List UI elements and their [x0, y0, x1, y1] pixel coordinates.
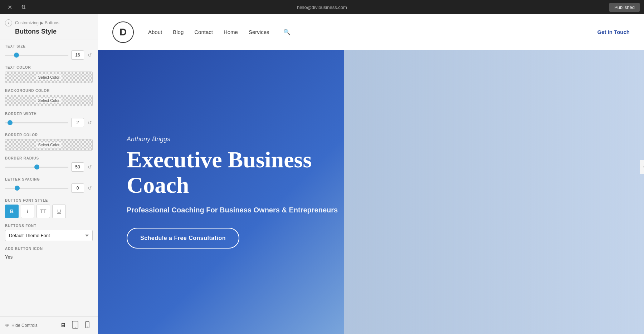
eye-icon: 👁: [5, 323, 9, 328]
letter-spacing-slider-wrapper: [5, 185, 68, 192]
hero-person-photo: [344, 50, 644, 334]
text-size-control: TEXT SIZE ↺: [5, 44, 93, 60]
buttons-font-label: BUTTONS FONT: [5, 224, 93, 228]
svg-point-1: [75, 327, 75, 328]
search-icon[interactable]: 🔍: [283, 29, 291, 35]
text-size-slider-wrapper: [5, 51, 68, 59]
font-style-buttons: B I TT U: [5, 205, 93, 218]
letter-spacing-reset[interactable]: ↺: [87, 185, 93, 191]
border-width-label: BORDER WIDTH: [5, 112, 93, 116]
button-font-style-label: BUTTON FONT STYLE: [5, 198, 93, 202]
text-size-reset[interactable]: ↺: [87, 52, 93, 58]
view-buttons: 🖥: [58, 320, 93, 330]
hero-content: Anthony Briggs Executive Business Coach …: [127, 136, 338, 249]
hide-controls-button[interactable]: 👁 Hide Controls: [5, 323, 38, 328]
mobile-icon: [85, 321, 89, 330]
top-bar-left: ✕ ⇅: [4, 2, 29, 13]
customizer-panel: ‹ Customizing ▶ Buttons Buttons Style TE…: [0, 14, 98, 334]
published-button[interactable]: Published: [609, 3, 640, 12]
panel-header: ‹ Customizing ▶ Buttons Buttons Style: [0, 14, 98, 39]
hero-cta-button[interactable]: Schedule a Free Consultation: [127, 228, 239, 249]
panel-controls: TEXT SIZE ↺ TEXT COLOR Select Color: [0, 39, 98, 266]
underline-button[interactable]: U: [52, 205, 66, 218]
border-color-control: BORDER COLOR Select Color: [5, 133, 93, 151]
nav-links: About Blog Contact Home Services 🔍: [148, 29, 291, 35]
letter-spacing-row: ↺: [5, 183, 93, 193]
hero-name: Anthony Briggs: [127, 136, 338, 143]
hide-controls-label: Hide Controls: [11, 323, 38, 328]
mobile-view-button[interactable]: [82, 320, 93, 330]
preview-area: D About Blog Contact Home Services 🔍 Get…: [98, 14, 644, 334]
email-link[interactable]: hello@divibusiness.com: [297, 5, 347, 10]
buttons-font-control: BUTTONS FONT Default Theme Font: [5, 224, 93, 241]
hero-image: [344, 50, 644, 334]
background-color-control: BACKGROUND COLOR Select Color: [5, 89, 93, 106]
close-button[interactable]: ✕: [4, 2, 15, 13]
border-radius-slider-wrapper: [5, 163, 68, 171]
nav-contact[interactable]: Contact: [194, 29, 213, 35]
logo-letter: D: [119, 26, 127, 38]
uppercase-button[interactable]: TT: [36, 205, 50, 218]
top-bar-right: Published: [609, 3, 640, 12]
background-color-select-label: Select Color: [36, 98, 62, 103]
back-icon: ‹: [8, 21, 9, 25]
border-radius-value[interactable]: [71, 162, 84, 172]
breadcrumb-child: Buttons: [45, 20, 59, 25]
back-button[interactable]: ‹: [5, 19, 12, 26]
get-in-touch-link[interactable]: Get In Touch: [597, 29, 630, 35]
buttons-font-select[interactable]: Default Theme Font: [5, 230, 93, 241]
desktop-view-button[interactable]: 🖥: [58, 320, 68, 330]
breadcrumb-parent: Customizing: [15, 20, 39, 25]
border-width-value[interactable]: [71, 118, 84, 127]
border-radius-slider[interactable]: [5, 167, 68, 168]
tablet-view-button[interactable]: [70, 320, 80, 330]
letter-spacing-value[interactable]: [71, 183, 84, 193]
hero-subtitle: Professional Coaching For Business Owner…: [127, 205, 338, 215]
breadcrumb: ‹ Customizing ▶ Buttons: [5, 19, 93, 26]
button-font-style-control: BUTTON FONT STYLE B I TT U: [5, 198, 93, 218]
text-size-value[interactable]: [71, 50, 84, 60]
border-radius-row: ↺: [5, 162, 93, 172]
main-layout: ‹ Customizing ▶ Buttons Buttons Style TE…: [0, 14, 644, 334]
bold-button[interactable]: B: [5, 205, 19, 218]
border-color-label: BORDER COLOR: [5, 133, 93, 137]
text-color-select-label: Select Color: [36, 74, 62, 80]
hero-title-line1: Executive Business: [127, 147, 312, 172]
add-button-icon-control: ADD BUTTON ICON Yes: [5, 247, 93, 261]
top-bar-center: hello@divibusiness.com: [297, 4, 347, 10]
text-size-slider[interactable]: [5, 55, 68, 56]
border-color-picker[interactable]: Select Color: [5, 139, 93, 151]
italic-button[interactable]: I: [21, 205, 34, 218]
add-button-icon-value: Yes: [5, 253, 93, 261]
border-width-slider-wrapper: [5, 119, 68, 126]
border-color-select-label: Select Color: [36, 142, 62, 148]
hero-title-line2: Coach: [127, 172, 189, 198]
hero-title: Executive Business Coach: [127, 147, 338, 198]
background-color-picker[interactable]: Select Color: [5, 95, 93, 106]
text-color-picker[interactable]: Select Color: [5, 72, 93, 83]
svg-point-3: [87, 327, 88, 328]
tablet-icon: [72, 321, 78, 330]
border-radius-control: BORDER RADIUS ↺: [5, 156, 93, 172]
panel-title: Buttons Style: [15, 28, 93, 35]
text-size-label: TEXT SIZE: [5, 44, 93, 48]
website-header: D About Blog Contact Home Services 🔍 Get…: [98, 14, 644, 50]
text-color-control: TEXT COLOR Select Color: [5, 65, 93, 83]
letter-spacing-control: LETTER SPACING ↺: [5, 177, 93, 193]
nav-blog[interactable]: Blog: [173, 29, 184, 35]
desktop-icon: 🖥: [60, 322, 66, 329]
letter-spacing-slider[interactable]: [5, 188, 68, 189]
border-width-reset[interactable]: ↺: [87, 120, 93, 126]
nav-home[interactable]: Home: [224, 29, 238, 35]
add-button-icon-label: ADD BUTTON ICON: [5, 247, 93, 251]
border-width-slider[interactable]: [5, 122, 68, 123]
nav-services[interactable]: Services: [249, 29, 269, 35]
border-width-row: ↺: [5, 118, 93, 127]
nav-about[interactable]: About: [148, 29, 162, 35]
border-radius-reset[interactable]: ↺: [87, 164, 93, 170]
breadcrumb-separator: ▶: [40, 20, 43, 25]
border-width-control: BORDER WIDTH ↺: [5, 112, 93, 127]
swap-button[interactable]: ⇅: [18, 2, 29, 13]
text-color-label: TEXT COLOR: [5, 65, 93, 69]
panel-footer: 👁 Hide Controls 🖥: [0, 316, 98, 334]
